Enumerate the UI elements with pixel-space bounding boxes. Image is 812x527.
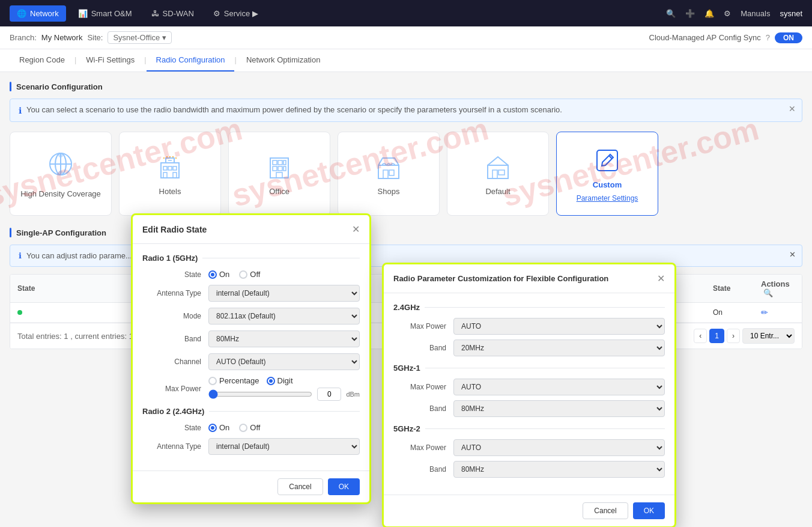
per-page-select[interactable]: 10 Entr... 25 Entr... 50 Entr...: [742, 328, 795, 344]
modal-header: Edit Radio State ✕: [133, 215, 369, 244]
ghz24-max-power-select[interactable]: AUTO 10dBm 20dBm: [453, 318, 665, 335]
info-icon: ℹ: [19, 106, 22, 115]
manuals-link[interactable]: Manuals: [741, 9, 770, 18]
help-icon[interactable]: ?: [766, 33, 770, 42]
band-select[interactable]: 80MHz 40MHz 20MHz 160MHz: [208, 331, 360, 347]
col-state-right: State: [706, 275, 754, 303]
search-icon[interactable]: 🔍: [666, 9, 676, 18]
info-banner: ℹ You can select a scenario to use the r…: [10, 99, 802, 122]
card-hotels[interactable]: Hotels: [119, 132, 221, 216]
card-hotels-label: Hotels: [159, 187, 181, 196]
default-card-icon: [483, 152, 513, 182]
plus-icon[interactable]: ➕: [685, 9, 695, 18]
state-off-option[interactable]: Off: [239, 270, 260, 279]
settings-icon[interactable]: ⚙: [724, 9, 731, 18]
globe-card-icon: [46, 149, 76, 184]
edit-radio-state-modal: Edit Radio State ✕ Radio 1 (5GHz) State …: [131, 213, 371, 504]
globe-icon: 🌐: [17, 9, 26, 18]
radio2-state-on-option[interactable]: On: [208, 423, 229, 432]
sync-section: Cloud-Managed AP Config Sync ? ON: [649, 32, 802, 43]
svg-rect-25: [283, 166, 286, 171]
ghz51-max-power-label: Max Power: [393, 383, 453, 391]
channel-select[interactable]: AUTO (Default) 1 6 11: [208, 353, 360, 370]
card-office[interactable]: Office: [228, 132, 330, 216]
row-state-val: On: [706, 303, 754, 323]
mode-select[interactable]: 802.11ax (Default) 802.11ac 802.11n: [208, 308, 360, 324]
edit-icon[interactable]: ✏: [761, 308, 768, 317]
card-high-density[interactable]: High Density Coverage: [10, 132, 112, 216]
svg-rect-21: [278, 160, 282, 165]
svg-rect-20: [273, 160, 277, 165]
nav-item-sdwan[interactable]: 🖧 SD-WAN: [144, 5, 201, 22]
radio-param-cancel-button[interactable]: Cancel: [583, 502, 628, 519]
top-navigation: 🌐 Network 📊 Smart O&M 🖧 SD-WAN ⚙ Service…: [0, 0, 812, 26]
bell-icon[interactable]: 🔔: [704, 9, 714, 18]
on-radio-dot: [208, 270, 217, 279]
prev-page[interactable]: ‹: [694, 329, 707, 343]
ghz51-max-power-row: Max Power AUTO 10dBm 20dBm: [393, 379, 665, 395]
pagination: ‹ 1 › 10 Entr... 25 Entr... 50 Entr...: [694, 328, 795, 344]
router-icon: 🖧: [151, 9, 159, 18]
svg-rect-34: [597, 150, 617, 171]
radio-param-modal: Radio Parameter Customization for Flexib…: [382, 263, 676, 527]
radio-param-body: 2.4GHz Max Power AUTO 10dBm 20dBm Band 2…: [384, 293, 674, 495]
antenna-type-select[interactable]: internal (Default) external: [208, 285, 360, 302]
band-control: 80MHz 40MHz 20MHz 160MHz: [208, 331, 360, 347]
mode-row: Mode 802.11ax (Default) 802.11ac 802.11n: [142, 308, 360, 324]
slider-row: dBm: [208, 388, 360, 401]
mode-label: Mode: [142, 312, 208, 320]
tab-radio-configuration[interactable]: Radio Configuration: [147, 49, 235, 72]
modal-close-button[interactable]: ✕: [352, 224, 360, 235]
site-selector[interactable]: Sysnet-Office ▾: [108, 31, 172, 44]
card-shops[interactable]: Shops: [338, 132, 440, 216]
cancel-button[interactable]: Cancel: [277, 478, 323, 495]
off-radio-dot: [239, 270, 247, 279]
sync-toggle[interactable]: ON: [775, 32, 802, 43]
nav-item-smartom[interactable]: 📊 Smart O&M: [71, 5, 139, 22]
ok-button[interactable]: OK: [328, 478, 360, 495]
close-info-banner[interactable]: ✕: [789, 104, 796, 114]
scenario-cards: High Density Coverage Hotels: [10, 132, 802, 216]
radio1-state-row: State On Off: [142, 270, 360, 279]
hotels-card-icon: [155, 152, 185, 182]
radio1-section-title: Radio 1 (5GHz): [142, 254, 360, 263]
svg-rect-11: [163, 172, 167, 178]
percentage-option[interactable]: Percentage: [208, 376, 259, 385]
ghz52-max-power-select[interactable]: AUTO 10dBm 20dBm: [453, 439, 665, 456]
close-single-ap-info[interactable]: ✕: [789, 250, 796, 259]
search-table-icon[interactable]: 🔍: [763, 288, 773, 297]
digit-option[interactable]: Digit: [267, 376, 293, 385]
next-page[interactable]: ›: [727, 329, 740, 343]
tab-region-code[interactable]: Region Code: [10, 49, 74, 72]
nav-item-service[interactable]: ⚙ Service ▶: [206, 5, 265, 22]
col-actions: Actions 🔍: [754, 275, 802, 303]
max-power-label: Max Power: [142, 385, 208, 393]
page-1[interactable]: 1: [709, 329, 724, 343]
tab-network-optimization[interactable]: Network Optimization: [237, 49, 330, 72]
card-high-density-label: High Density Coverage: [20, 189, 101, 198]
ghz51-max-power-select[interactable]: AUTO 10dBm 20dBm: [453, 379, 665, 395]
gear-icon: ⚙: [213, 9, 220, 18]
ghz52-band-select[interactable]: 80MHz 40MHz 20MHz 160MHz: [453, 461, 665, 478]
parameter-settings-link[interactable]: Parameter Settings: [577, 194, 638, 203]
ghz51-band-label: Band: [393, 404, 453, 413]
card-default[interactable]: Default: [447, 132, 549, 216]
band-label: Band: [142, 335, 208, 343]
radio2-antenna-select[interactable]: internal (Default) external: [208, 438, 360, 455]
digit-radio-dot: [267, 377, 275, 385]
ghz51-band-select[interactable]: 80MHz 40MHz 20MHz 160MHz: [453, 400, 665, 417]
tab-wifi-settings[interactable]: Wi-Fi Settings: [76, 49, 144, 72]
band-row: Band 80MHz 40MHz 20MHz 160MHz: [142, 331, 360, 347]
state-on-option[interactable]: On: [208, 270, 229, 279]
ghz24-band-select[interactable]: 20MHz 40MHz: [453, 340, 665, 356]
power-slider[interactable]: [208, 389, 312, 399]
power-value-input[interactable]: [317, 388, 341, 401]
nav-item-network[interactable]: 🌐 Network: [10, 5, 66, 22]
antenna-type-label: Antenna Type: [142, 289, 208, 297]
card-custom[interactable]: Custom Parameter Settings: [556, 132, 658, 216]
radio2-section-title: Radio 2 (2.4GHz): [142, 407, 360, 416]
radio-param-ok-button[interactable]: OK: [633, 502, 665, 519]
svg-rect-12: [173, 172, 177, 178]
radio2-state-off-option[interactable]: Off: [239, 423, 260, 432]
radio-param-close-button[interactable]: ✕: [657, 273, 665, 284]
